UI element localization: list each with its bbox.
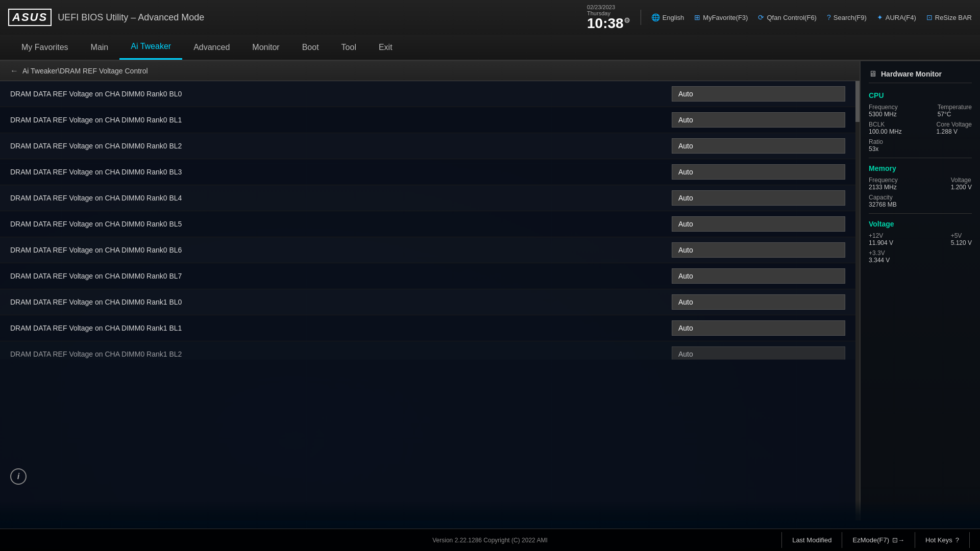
- v33-label: +3.3V: [869, 249, 890, 257]
- voltage-33-row: +3.3V 3.344 V: [869, 249, 972, 264]
- hot-keys-icon: ?: [955, 536, 959, 544]
- setting-value[interactable]: Auto: [672, 216, 845, 232]
- nav-bar: My Favorites Main Ai Tweaker Advanced Mo…: [0, 35, 980, 61]
- mem-frequency-row: Frequency 2133 MHz Voltage 1.200 V: [869, 177, 972, 191]
- setting-value[interactable]: Auto: [672, 138, 845, 154]
- setting-label: DRAM DATA REF Voltage on CHA DIMM0 Rank0…: [10, 142, 672, 150]
- setting-row[interactable]: DRAM DATA REF Voltage on CHA DIMM0 Rank0…: [0, 159, 855, 185]
- tool-aura[interactable]: ✦ AURA(F4): [877, 13, 916, 21]
- mem-voltage-label: Voltage: [951, 177, 972, 184]
- setting-row[interactable]: DRAM DATA REF Voltage on CHA DIMM0 Rank0…: [0, 237, 855, 263]
- hot-keys-label: Hot Keys: [925, 536, 952, 544]
- cpu-bclk-row: BCLK 100.00 MHz Core Voltage 1.288 V: [869, 121, 972, 135]
- setting-value[interactable]: Auto: [672, 242, 845, 258]
- setting-row[interactable]: DRAM DATA REF Voltage on CHA DIMM0 Rank0…: [0, 107, 855, 133]
- asus-logo: ASUS: [8, 9, 52, 26]
- time-display: 10:38⚙: [587, 16, 630, 31]
- fan-icon: ⟳: [758, 13, 764, 21]
- nav-tool[interactable]: Tool: [330, 36, 368, 59]
- logo-area: ASUS UEFI BIOS Utility – Advanced Mode: [8, 9, 204, 26]
- v5-label: +5V: [951, 232, 972, 239]
- setting-row[interactable]: DRAM DATA REF Voltage on CHA DIMM0 Rank0…: [0, 81, 855, 107]
- divider-1: [641, 10, 641, 25]
- bclk-label: BCLK: [869, 121, 902, 128]
- ez-mode-button[interactable]: EzMode(F7) ⊡→: [842, 532, 915, 548]
- hw-divider-2: [869, 213, 972, 214]
- memory-section-title: Memory: [869, 164, 972, 172]
- setting-value[interactable]: Auto: [672, 320, 845, 336]
- setting-label: DRAM DATA REF Voltage on CHA DIMM0 Rank1…: [10, 350, 672, 358]
- bottom-buttons: Last Modified EzMode(F7) ⊡→ Hot Keys ?: [781, 532, 970, 548]
- setting-value[interactable]: Auto: [672, 268, 845, 284]
- nav-exit[interactable]: Exit: [368, 36, 404, 59]
- core-voltage-label: Core Voltage: [937, 121, 972, 128]
- setting-value[interactable]: Auto: [672, 164, 845, 180]
- nav-monitor[interactable]: Monitor: [241, 36, 290, 59]
- settings-icon[interactable]: ⚙: [624, 16, 630, 24]
- header-top: ASUS UEFI BIOS Utility – Advanced Mode 0…: [0, 0, 980, 35]
- last-modified-button[interactable]: Last Modified: [781, 532, 842, 548]
- setting-value[interactable]: Auto: [672, 190, 845, 206]
- setting-label: DRAM DATA REF Voltage on CHA DIMM0 Rank0…: [10, 220, 672, 228]
- search-icon: ?: [827, 13, 831, 21]
- voltage-section-title: Voltage: [869, 220, 972, 228]
- nav-my-favorites[interactable]: My Favorites: [10, 36, 80, 59]
- cpu-ratio-row: Ratio 53x: [869, 138, 972, 153]
- setting-row[interactable]: DRAM DATA REF Voltage on CHA DIMM0 Rank0…: [0, 263, 855, 289]
- cpu-frequency-value: 5300 MHz: [869, 111, 898, 118]
- setting-row[interactable]: DRAM DATA REF Voltage on CHA DIMM0 Rank0…: [0, 133, 855, 159]
- setting-row[interactable]: DRAM DATA REF Voltage on CHA DIMM0 Rank1…: [0, 289, 855, 315]
- scrollbar[interactable]: [855, 81, 860, 520]
- mem-capacity-label: Capacity: [869, 194, 897, 201]
- mem-voltage-value: 1.200 V: [951, 184, 972, 191]
- main-content: ← Ai Tweaker\DRAM REF Voltage Control DR…: [0, 61, 980, 520]
- nav-advanced[interactable]: Advanced: [182, 36, 241, 59]
- nav-boot[interactable]: Boot: [291, 36, 330, 59]
- favorite-icon: ⊞: [694, 13, 700, 21]
- tool-myfavorite[interactable]: ⊞ MyFavorite(F3): [694, 13, 748, 21]
- hot-keys-button[interactable]: Hot Keys ?: [915, 532, 970, 548]
- setting-row[interactable]: DRAM DATA REF Voltage on CHA DIMM0 Rank0…: [0, 185, 855, 211]
- tool-language[interactable]: 🌐 English: [651, 13, 684, 21]
- ratio-label: Ratio: [869, 138, 883, 145]
- header: ASUS UEFI BIOS Utility – Advanced Mode 0…: [0, 0, 980, 61]
- settings-items: DRAM DATA REF Voltage on CHA DIMM0 Rank0…: [0, 81, 855, 520]
- setting-value[interactable]: Auto: [672, 112, 845, 128]
- header-tools: 02/23/2023Thursday 10:38⚙ 🌐 English ⊞ My…: [587, 4, 972, 31]
- setting-row[interactable]: DRAM DATA REF Voltage on CHA DIMM0 Rank1…: [0, 315, 855, 341]
- version-text: Version 2.22.1286 Copyright (C) 2022 AMI: [432, 537, 547, 544]
- hw-monitor-title: Hardware Monitor: [881, 70, 942, 78]
- scroll-thumb[interactable]: [855, 81, 860, 122]
- resize-icon: ⊡: [926, 13, 933, 21]
- mem-frequency-value: 2133 MHz: [869, 184, 898, 191]
- globe-icon: 🌐: [651, 13, 660, 21]
- setting-value[interactable]: Auto: [672, 294, 845, 310]
- v12-value: 11.904 V: [869, 239, 893, 246]
- mem-capacity-value: 32768 MB: [869, 201, 897, 208]
- setting-row[interactable]: DRAM DATA REF Voltage on CHA DIMM0 Rank0…: [0, 211, 855, 237]
- settings-scroll: DRAM DATA REF Voltage on CHA DIMM0 Rank0…: [0, 81, 860, 520]
- ez-mode-label: EzMode(F7): [852, 536, 889, 544]
- ez-mode-icon: ⊡→: [892, 536, 904, 544]
- nav-main[interactable]: Main: [80, 36, 120, 59]
- setting-value[interactable]: Auto: [672, 86, 845, 102]
- info-button[interactable]: i: [10, 468, 27, 485]
- cpu-temperature-label: Temperature: [938, 104, 972, 111]
- tool-resize[interactable]: ⊡ ReSize BAR: [926, 13, 972, 21]
- setting-value[interactable]: Auto: [672, 346, 845, 362]
- date-display: 02/23/2023Thursday: [587, 4, 615, 16]
- back-arrow-icon[interactable]: ←: [10, 66, 18, 76]
- cpu-temperature-value: 57°C: [938, 111, 972, 118]
- nav-ai-tweaker[interactable]: Ai Tweaker: [119, 35, 182, 60]
- tool-qfan[interactable]: ⟳ Qfan Control(F6): [758, 13, 817, 21]
- last-modified-label: Last Modified: [792, 536, 831, 544]
- setting-row-partial[interactable]: DRAM DATA REF Voltage on CHA DIMM0 Rank1…: [0, 341, 855, 367]
- tool-search[interactable]: ? Search(F9): [827, 13, 867, 21]
- ratio-value: 53x: [869, 145, 883, 153]
- voltage-12-row: +12V 11.904 V +5V 5.120 V: [869, 232, 972, 246]
- hw-divider-1: [869, 158, 972, 158]
- bottom-bar: Version 2.22.1286 Copyright (C) 2022 AMI…: [0, 500, 980, 551]
- info-icon-area: i: [10, 468, 27, 485]
- setting-label: DRAM DATA REF Voltage on CHA DIMM0 Rank0…: [10, 116, 672, 124]
- bclk-value: 100.00 MHz: [869, 128, 902, 135]
